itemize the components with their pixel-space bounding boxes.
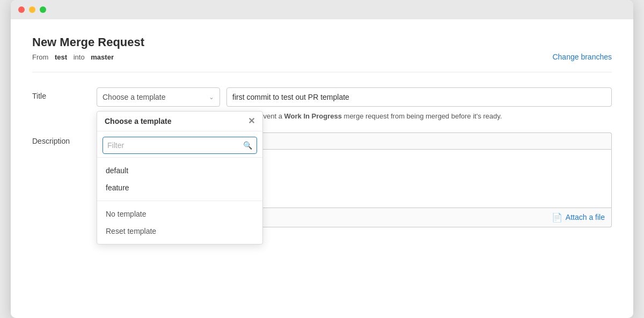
dropdown-items-list: default feature [97,158,262,201]
no-template-item[interactable]: No template [97,205,262,223]
from-label: From [32,53,48,61]
title-form-content: Choose a template ⌄ Choose a template ✕ [97,87,612,122]
dropdown-footer: No template Reset template [97,201,262,244]
template-dropdown-button[interactable]: Choose a template ⌄ [97,87,220,107]
title-label: Title [32,87,97,100]
reset-template-item[interactable]: Reset template [97,223,262,240]
title-input[interactable] [226,87,612,107]
titlebar [11,0,633,19]
wip-hint-end: merge request from being merged before i… [344,112,502,120]
dot-red[interactable] [18,6,25,13]
close-icon[interactable]: ✕ [248,117,255,125]
app-window: New Merge Request From test into master … [11,0,633,318]
page-content: New Merge Request From test into master … [11,19,633,318]
dot-green[interactable] [40,6,46,13]
attach-icon: 📄 [552,212,562,223]
divider [32,72,612,72]
from-branch: test [55,53,67,61]
filter-container: 🔍 [97,131,262,158]
into-label: into [74,53,85,61]
page-title: New Merge Request [32,35,612,49]
filter-input[interactable] [107,141,243,150]
title-row-inputs: Choose a template ⌄ [97,87,612,107]
to-branch: master [91,53,114,61]
template-item-feature[interactable]: feature [97,179,262,196]
chevron-down-icon: ⌄ [209,93,214,101]
attach-label: Attach a file [566,213,605,221]
dropdown-header: Choose a template ✕ [97,112,262,131]
template-dropdown-popup: Choose a template ✕ 🔍 default feature [97,111,263,245]
title-form-row: Title Choose a template ⌄ Choose a templ… [32,87,612,122]
template-item-default[interactable]: default [97,162,262,179]
change-branches-link[interactable]: Change branches [552,53,612,61]
wip-bold: Work In Progress [284,112,342,120]
dot-yellow[interactable] [29,6,35,13]
page-subtitle: From test into master Change branches [32,53,612,61]
attach-file-button[interactable]: 📄 Attach a file [552,212,605,223]
search-icon: 🔍 [243,141,252,150]
description-label: Description [32,132,97,145]
template-dropdown-label: Choose a template [103,93,166,101]
dropdown-header-label: Choose a template [105,117,171,125]
filter-input-wrap: 🔍 [103,137,257,154]
branch-info: From test into master [32,53,114,61]
